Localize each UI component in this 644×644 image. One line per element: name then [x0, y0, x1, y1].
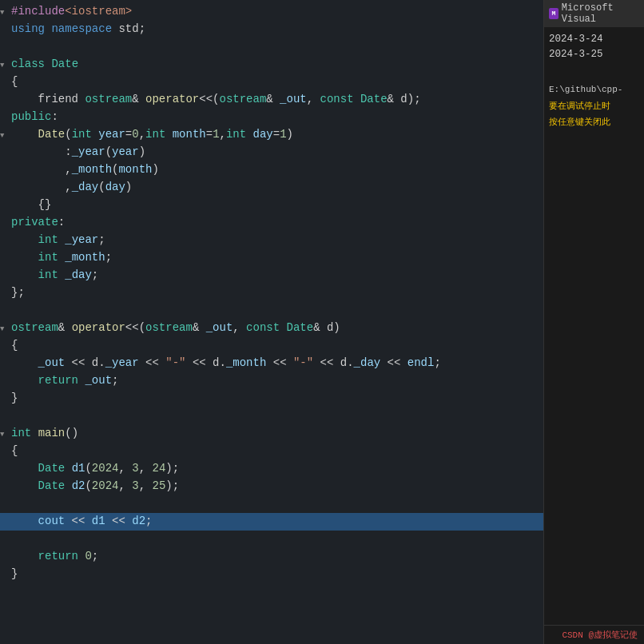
token-kw: int [38, 267, 58, 284]
token-plain [11, 548, 38, 566]
token-fn: operator [145, 91, 199, 109]
token-var: _out [85, 372, 112, 390]
token-cls: Date [38, 478, 66, 495]
fold-arrow-icon [0, 516, 11, 529]
token-num: 2024 [92, 460, 119, 478]
token-cls: Date [38, 460, 66, 478]
token-var: _month [65, 249, 105, 267]
token-op: = [125, 126, 132, 144]
token-kw: int [11, 425, 31, 443]
console-hint2: 按任意键关闭此 [549, 116, 639, 129]
code-line [0, 38, 543, 56]
token-plain: ( [105, 144, 112, 161]
token-plain [58, 232, 65, 249]
token-plain: ) [125, 179, 132, 197]
token-var: month [173, 126, 206, 144]
token-plain [280, 320, 286, 337]
code-line [0, 407, 543, 425]
token-plain: , [139, 478, 153, 495]
token-plain: ) [152, 161, 158, 179]
token-kw2: namespace [51, 21, 112, 38]
code-line: { [0, 337, 543, 355]
token-plain [65, 478, 71, 495]
token-num: 25 [152, 478, 165, 495]
token-plain: ); [165, 460, 179, 478]
token-num: 3 [132, 460, 138, 478]
fold-arrow-icon [0, 24, 11, 37]
token-fn: main [38, 425, 66, 443]
token-plain: : [51, 109, 58, 126]
token-plain: ; [434, 355, 440, 372]
fold-arrow-icon [0, 38, 11, 51]
token-plain [11, 460, 38, 478]
token-fn: operator [72, 320, 125, 337]
fold-arrow-icon [0, 235, 11, 248]
token-plain [165, 126, 172, 144]
code-line: ▼ostream& operator<<(ostream& _out, cons… [0, 320, 543, 337]
token-cls: ostream [145, 320, 193, 337]
token-plain [11, 126, 38, 144]
token-plain: { [11, 74, 18, 91]
token-kw: public [11, 109, 51, 126]
token-plain: { [11, 443, 18, 460]
token-var: d2 [72, 478, 85, 495]
fold-arrow-icon [0, 94, 11, 107]
code-line: }; [0, 284, 543, 302]
code-line [0, 495, 543, 513]
token-cls: ostream [11, 320, 58, 337]
code-line: int _year; [0, 232, 543, 249]
console-title: Microsoft Visual [562, 2, 639, 25]
token-var: d1 [92, 513, 105, 531]
token-plain: : [58, 214, 65, 232]
token-plain [11, 232, 38, 249]
token-plain: ( [65, 126, 71, 144]
fold-arrow-icon [0, 407, 11, 420]
token-plain [11, 372, 38, 390]
code-container: ▼#include<iostream> using namespace std;… [0, 0, 543, 586]
code-line: using namespace std; [0, 21, 543, 38]
token-var: _day [72, 179, 99, 197]
code-line: cout << d1 << d2; [0, 513, 543, 531]
code-line: } [0, 566, 543, 583]
msvc-logo-icon: M [549, 8, 559, 19]
token-kw: private [11, 214, 58, 232]
token-plain: () [65, 425, 78, 443]
code-line [0, 302, 543, 320]
code-line: return _out; [0, 372, 543, 390]
token-cls: Date [360, 91, 388, 109]
token-kw: const [320, 91, 354, 109]
token-var: _day [65, 267, 92, 284]
token-plain: { [11, 337, 18, 355]
token-plain: << d. [313, 355, 353, 372]
token-var: d1 [72, 460, 85, 478]
token-plain: & [266, 91, 280, 109]
token-num: 0 [85, 548, 91, 566]
token-plain: , [220, 126, 226, 144]
token-plain [11, 355, 38, 372]
token-var: d2 [132, 513, 145, 531]
token-var: year [98, 126, 125, 144]
token-op: = [273, 126, 280, 144]
fold-arrow-icon: ▼ [0, 61, 11, 72]
fold-arrow-icon: ▼ [0, 8, 11, 19]
token-plain [45, 21, 51, 38]
fold-arrow-icon [0, 77, 11, 89]
token-plain: ( [85, 460, 91, 478]
token-str: "-" [293, 355, 313, 372]
code-line: ,_day(day) [0, 179, 543, 197]
csdn-label: CSDN @虚拟笔记使 [562, 629, 638, 641]
token-plain: ; [92, 548, 98, 566]
console-header: M Microsoft Visual [544, 0, 644, 27]
code-line: {} [0, 197, 543, 214]
token-kw: int [145, 126, 165, 144]
token-plain: , [118, 478, 132, 495]
token-plain [11, 478, 38, 495]
token-plain: } [11, 390, 18, 407]
console-output-line1: 2024-3-24 [549, 32, 639, 47]
token-kw2: using [11, 21, 45, 38]
token-cls: Date [287, 320, 314, 337]
token-kw: class [11, 56, 45, 74]
fold-arrow-icon: ▼ [0, 430, 11, 441]
token-plain: , [11, 179, 72, 197]
code-line: } [0, 390, 543, 407]
